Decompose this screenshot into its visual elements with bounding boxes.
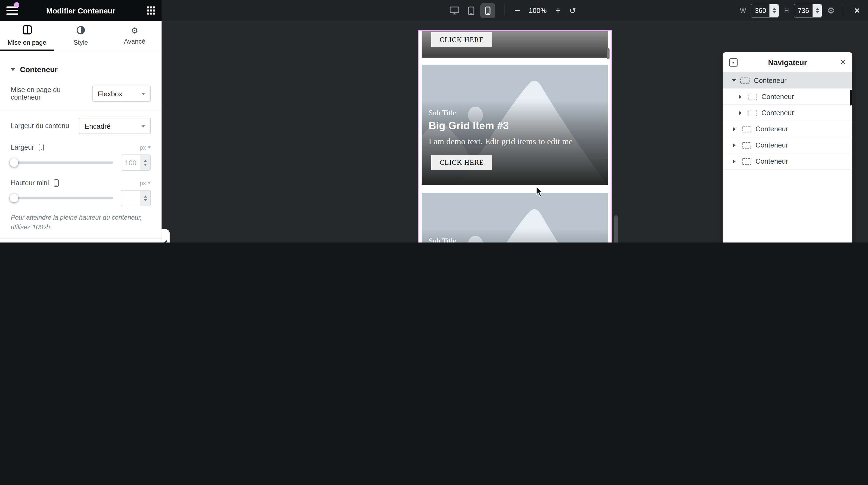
style-tab-icon <box>76 26 85 36</box>
chevron-down-icon <box>148 147 151 150</box>
content-width-select[interactable]: Encadré <box>79 118 151 134</box>
panel-header: Modifier Conteneur <box>0 0 161 21</box>
navigator-panel: Navigateur ✕ Conteneur Conteneur Cont <box>723 52 852 243</box>
width-slider-row: 100 <box>11 155 151 171</box>
device-width-value[interactable]: 360 <box>751 4 770 17</box>
width-input[interactable]: 100 <box>121 155 151 171</box>
device-tablet-icon[interactable] <box>464 3 479 18</box>
tab-label: Avancé <box>124 38 145 45</box>
grid-item-button[interactable]: CLICK HERE <box>431 32 492 47</box>
panel-title: Modifier Conteneur <box>0 6 161 15</box>
navigator-title: Navigateur <box>723 58 852 66</box>
container-icon <box>748 93 757 100</box>
content-width-row: Largeur du contenu Encadré <box>11 118 151 134</box>
chevron-right-icon[interactable] <box>739 94 744 99</box>
tab-mise-en-page[interactable]: Mise en page <box>0 21 54 51</box>
topbar-right-group: W 360 H 736 ⚙ ✕ <box>740 0 861 21</box>
device-desktop-icon[interactable] <box>447 3 462 18</box>
navigator-tree: Conteneur Conteneur Conteneur Conteneur <box>723 73 852 243</box>
height-dim-label: H <box>784 7 789 14</box>
content-width-label: Largeur du contenu <box>11 122 69 130</box>
tree-item-label: Conteneur <box>762 109 794 117</box>
grid-item-text[interactable]: I am demo text. Edit grid items to edit … <box>429 137 572 147</box>
chevron-down-icon <box>11 68 15 73</box>
device-height-input[interactable]: 736 <box>794 3 822 18</box>
min-height-input[interactable] <box>121 190 151 206</box>
tree-item-label: Conteneur <box>762 93 794 101</box>
settings-panel: Modifier Conteneur Mise en page <box>0 0 161 243</box>
container-icon <box>742 142 751 148</box>
chevron-right-icon[interactable] <box>733 127 738 131</box>
divider <box>504 5 505 16</box>
workspace: CLICK HERE Sub Title Big Grid Item #3 I … <box>161 21 868 243</box>
tab-style[interactable]: Style <box>54 21 108 51</box>
width-unit-select[interactable]: px <box>140 144 151 151</box>
workspace-scrollbar-thumb[interactable] <box>614 215 618 243</box>
panel-collapse-handle[interactable] <box>161 229 169 243</box>
device-height-value[interactable]: 736 <box>794 4 812 17</box>
width-value[interactable]: 100 <box>121 155 140 170</box>
min-height-unit-select[interactable]: px <box>140 180 151 186</box>
width-head-row: Largeur px <box>11 144 151 151</box>
grid-item-4[interactable]: Sub Title Big Grid Item #4 I am demo tex… <box>422 193 608 243</box>
tab-avance[interactable]: ⚙ Avancé <box>108 21 161 51</box>
grid-item-subtitle[interactable]: Sub Title <box>429 237 456 243</box>
width-stepper[interactable] <box>140 155 150 170</box>
tab-label: Style <box>73 38 88 46</box>
width-label: Largeur <box>11 144 43 151</box>
mobile-indicator-icon[interactable] <box>39 144 43 151</box>
device-mobile-icon[interactable] <box>480 3 495 18</box>
grid-item-button[interactable]: CLICK HERE <box>431 155 492 170</box>
zoom-in-button[interactable]: + <box>553 6 563 15</box>
mobile-indicator-icon[interactable] <box>54 179 59 187</box>
device-height-stepper[interactable] <box>812 4 822 17</box>
min-height-stepper[interactable] <box>140 191 150 206</box>
container-icon <box>748 109 757 116</box>
min-height-slider-handle[interactable] <box>10 194 18 202</box>
section-conteneur[interactable]: Conteneur <box>11 65 151 74</box>
grid-item-subtitle[interactable]: Sub Title <box>429 109 456 117</box>
layout-tab-icon <box>22 25 31 36</box>
container-layout-select[interactable]: Flexbox <box>92 86 151 102</box>
chevron-right-icon[interactable] <box>733 159 738 163</box>
container-layout-label: Mise en page du conteneur <box>11 86 92 101</box>
device-width-stepper[interactable] <box>770 4 779 17</box>
tree-item-label: Conteneur <box>755 141 788 149</box>
tree-item-conteneur[interactable]: Conteneur <box>723 153 852 169</box>
chevron-right-icon[interactable] <box>739 110 744 115</box>
panel-body: Conteneur Mise en page du conteneur Flex… <box>0 51 161 243</box>
chevron-down-icon[interactable] <box>732 79 736 84</box>
grid-item-title[interactable]: Big Grid Item #3 <box>429 120 509 132</box>
container-icon <box>740 77 749 84</box>
mobile-preview-canvas[interactable]: CLICK HERE Sub Title Big Grid Item #3 I … <box>418 30 612 243</box>
page-scrollbar-thumb[interactable] <box>607 48 610 59</box>
tree-item-conteneur[interactable]: Conteneur <box>723 89 852 105</box>
topbar-center-group: − 100% + ↺ <box>447 0 578 21</box>
container-icon <box>742 126 751 132</box>
zoom-out-button[interactable]: − <box>513 6 522 15</box>
breakpoint-settings-gear-icon[interactable]: ⚙ <box>827 5 835 15</box>
tree-item-conteneur[interactable]: Conteneur <box>723 121 852 137</box>
width-slider[interactable] <box>11 161 113 164</box>
min-height-value[interactable] <box>121 191 140 206</box>
tree-item-conteneur[interactable]: Conteneur <box>723 105 852 121</box>
tree-item-conteneur[interactable]: Conteneur <box>723 73 852 89</box>
device-width-input[interactable]: 360 <box>751 3 779 18</box>
zoom-level[interactable]: 100% <box>529 6 547 14</box>
grid-item-3[interactable]: Sub Title Big Grid Item #3 I am demo tex… <box>422 65 608 185</box>
width-slider-handle[interactable] <box>10 158 18 167</box>
navigator-dock-icon[interactable] <box>729 58 738 66</box>
chevron-right-icon[interactable] <box>733 143 738 147</box>
section-title: Conteneur <box>20 65 58 74</box>
elementor-editor: Modifier Conteneur Mise en page <box>0 0 868 243</box>
select-value: Encadré <box>85 122 111 130</box>
grid-item-partial-top[interactable]: CLICK HERE <box>422 31 608 58</box>
height-note: Pour atteindre la pleine hauteur du cont… <box>11 213 151 232</box>
close-responsive-icon[interactable]: ✕ <box>854 6 861 15</box>
navigator-close-icon[interactable]: ✕ <box>840 58 846 66</box>
tree-item-conteneur[interactable]: Conteneur <box>723 137 852 153</box>
min-height-slider-row <box>11 190 151 206</box>
min-height-slider[interactable] <box>11 197 113 199</box>
reset-zoom-icon[interactable]: ↺ <box>567 6 578 14</box>
navigator-scrollbar-thumb[interactable] <box>850 90 852 105</box>
